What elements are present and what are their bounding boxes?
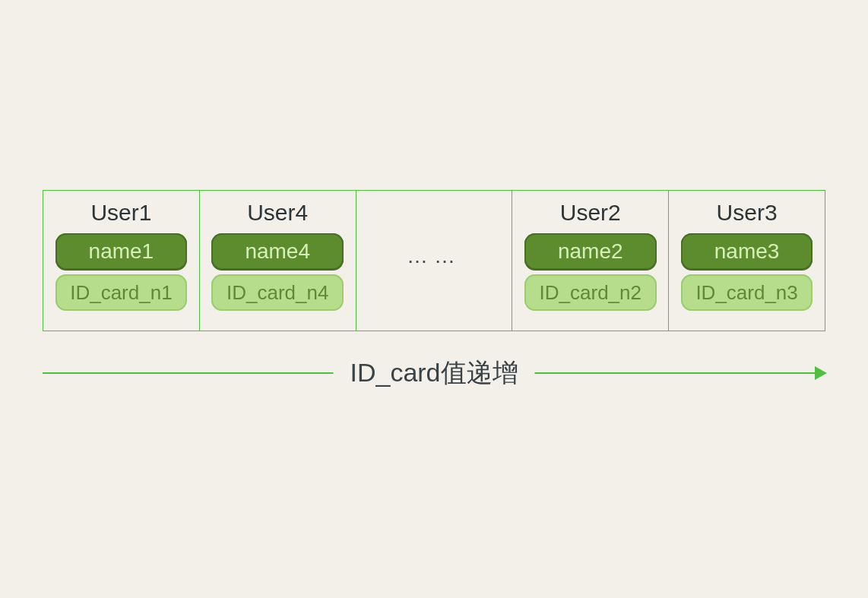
user-cell: User1 name1 ID_card_n1 — [43, 191, 200, 331]
arrow-label: ID_card值递增 — [333, 356, 534, 391]
user-title: User2 — [560, 200, 621, 226]
idcard-pill: ID_card_n2 — [524, 274, 657, 311]
idcard-pill: ID_card_n3 — [681, 274, 813, 311]
name-pill: name2 — [524, 233, 657, 270]
index-row: User1 name1 ID_card_n1 User4 name4 ID_ca… — [43, 190, 825, 331]
user-cell: User2 name2 ID_card_n2 — [512, 191, 669, 331]
user-title: User4 — [247, 200, 308, 226]
name-pill: name4 — [211, 233, 344, 270]
ellipsis-icon: …… — [407, 244, 461, 268]
idcard-pill: ID_card_n4 — [211, 274, 344, 311]
user-cell: User3 name3 ID_card_n3 — [669, 191, 825, 331]
ellipsis-cell: …… — [356, 191, 513, 331]
increasing-arrow: ID_card值递增 — [43, 351, 825, 397]
user-title: User1 — [90, 200, 151, 226]
user-title: User3 — [717, 200, 778, 226]
name-pill: name1 — [55, 233, 188, 270]
arrow-head-icon — [815, 366, 827, 380]
user-cell: User4 name4 ID_card_n4 — [200, 191, 356, 331]
idcard-pill: ID_card_n1 — [55, 274, 188, 311]
name-pill: name3 — [681, 233, 813, 270]
